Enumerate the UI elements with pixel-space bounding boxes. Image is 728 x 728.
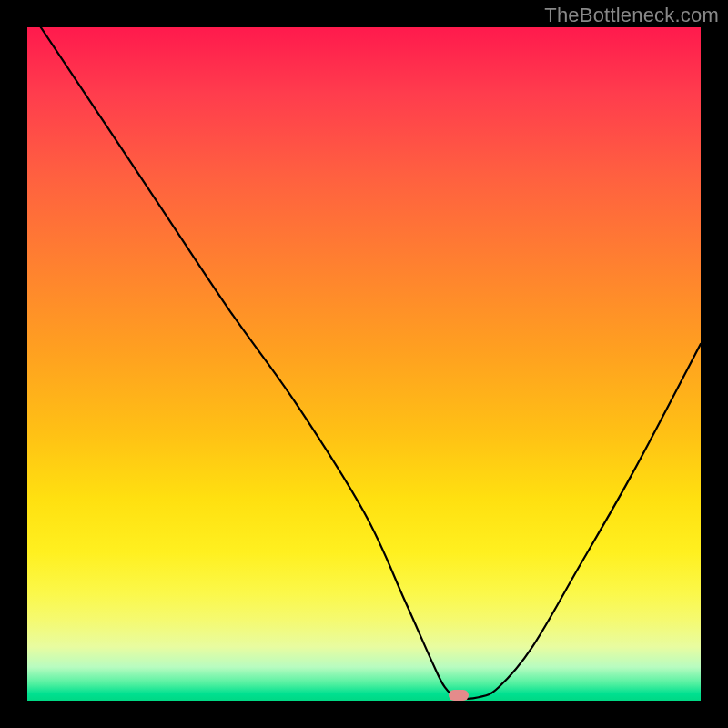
chart-frame: TheBottleneck.com	[0, 0, 728, 728]
bottleneck-curve	[27, 27, 701, 701]
plot-area	[27, 27, 701, 701]
optimal-marker	[449, 690, 469, 701]
watermark-text: TheBottleneck.com	[544, 4, 719, 27]
